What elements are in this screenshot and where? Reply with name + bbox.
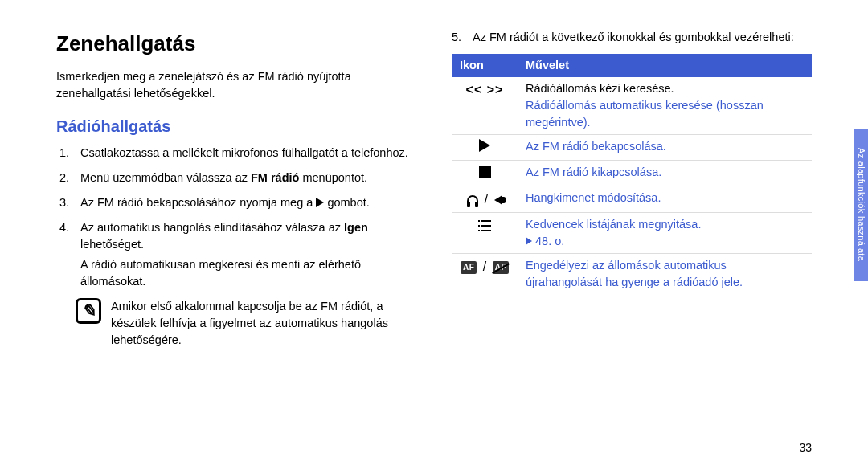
- page-number: 33: [799, 439, 812, 456]
- step-5: 5. Az FM rádiót a következő ikonokkal és…: [452, 29, 812, 46]
- op-text: Rádióállomás kézi keresése.: [526, 82, 674, 95]
- side-tab-label: Az alapfunkciók használata: [854, 148, 867, 261]
- intro-text: Ismerkedjen meg a zenelejátszó és az FM …: [56, 68, 416, 102]
- table-row: << >> Rádióállomás kézi keresése. Rádióá…: [452, 77, 812, 135]
- th-operation: Művelet: [518, 54, 812, 77]
- af-off-badge-icon: AF: [493, 261, 509, 275]
- note-icon: ✎: [76, 298, 101, 324]
- step-2: Menü üzemmódban válassza az FM rádió men…: [59, 170, 416, 186]
- steps-list: Csatlakoztassa a mellékelt mikrofonos fü…: [59, 145, 416, 290]
- right-column: 5. Az FM rádiót a következő ikonokkal és…: [452, 29, 812, 448]
- stop-icon: [479, 166, 491, 178]
- th-icon: Ikon: [452, 54, 518, 77]
- slash: /: [482, 192, 490, 206]
- op-text: Hangkimenet módosítása.: [518, 186, 812, 212]
- page-ref-link[interactable]: 48. o.: [526, 233, 564, 250]
- af-badge-icon: AF: [461, 261, 477, 275]
- play-icon: [479, 139, 490, 152]
- op-text-blue: Rádióállomás automatikus keresése (hossz…: [526, 99, 764, 129]
- section-heading: Rádióhallgatás: [56, 115, 416, 138]
- step-3: Az FM rádió bekapcsolásához nyomja meg a…: [59, 194, 416, 211]
- step-4: Az automatikus hangolás elindításához vá…: [59, 219, 416, 290]
- slash: /: [481, 260, 489, 273]
- note-row: ✎ Amikor első alkalommal kapcsolja be az…: [56, 298, 416, 349]
- left-column: Zenehallgatás Ismerkedjen meg a zenelejá…: [56, 29, 416, 448]
- seek-icon: << >>: [466, 83, 504, 96]
- speaker-icon: [494, 195, 502, 205]
- triangle-icon: [526, 237, 532, 245]
- page-title: Zenehallgatás: [56, 29, 416, 63]
- table-row: Az FM rádió bekapcsolása.: [452, 135, 812, 161]
- side-tab-active[interactable]: Az alapfunkciók használata: [854, 129, 868, 281]
- play-icon: [316, 198, 324, 207]
- table-row: Kedvencek listájának megnyitása. 48. o.: [452, 212, 812, 254]
- list-icon: [478, 220, 491, 231]
- step-1: Csatlakoztassa a mellékelt mikrofonos fü…: [59, 145, 416, 161]
- op-text: Kedvencek listájának megnyitása.: [526, 218, 701, 231]
- table-row: Az FM rádió kikapcsolása.: [452, 161, 812, 186]
- icon-operations-table: Ikon Művelet << >> Rádióállomás kézi ker…: [452, 54, 812, 294]
- note-text: Amikor első alkalommal kapcsolja be az F…: [111, 298, 416, 349]
- headphones-icon: [467, 195, 478, 205]
- op-text: Engedélyezi az állomások automatikus újr…: [518, 254, 812, 295]
- op-text: Az FM rádió bekapcsolása.: [518, 135, 812, 161]
- table-row: / Hangkimenet módosítása.: [452, 186, 812, 212]
- table-row: AF / AF Engedélyezi az állomások automat…: [452, 254, 812, 295]
- op-text: Az FM rádió kikapcsolása.: [518, 161, 812, 186]
- step-4-sub: A rádió automatikusan megkeresi és menti…: [80, 256, 416, 290]
- side-tab: Az alapfunkciók használata: [854, 3, 868, 443]
